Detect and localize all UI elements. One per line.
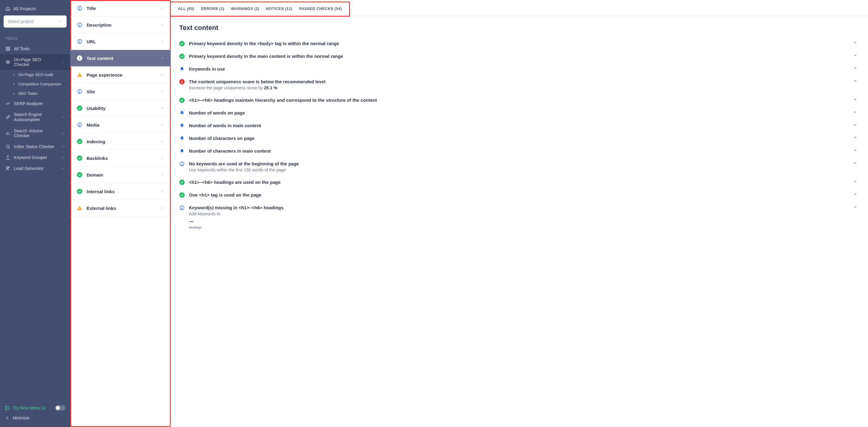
chevron-down-icon[interactable] [854,97,860,101]
svg-point-23 [79,42,80,43]
chevron-down-icon[interactable] [854,41,860,44]
check-subtitle: Use keywords within the first 150 words … [189,167,849,172]
nav-onpage-audit[interactable]: On-Page SEO Audit [8,70,70,79]
sidebar-top: All Projects Select project [0,0,70,31]
category-title[interactable]: Title [70,0,170,17]
filter-tabs-wrap: ALL (93)ERRORS (1)WARNINGS (2)NOTICES (1… [171,0,868,16]
filter-tab[interactable]: ERRORS (1) [201,7,224,11]
check-icon [77,139,82,144]
category-label: Usability [87,106,106,111]
target-icon [5,60,10,64]
category-backlinks[interactable]: Backlinks [70,150,170,166]
filter-tab[interactable]: WARNINGS (2) [231,7,259,11]
check-icon [179,97,185,103]
bell-icon [179,136,185,141]
chevron-down-icon [61,145,65,148]
check-row[interactable]: Number of characters on page [179,132,860,145]
chevron-down-icon[interactable] [854,161,860,165]
nav-autocomplete[interactable]: Search Engine Autocomplete [0,109,70,125]
category-external-links[interactable]: External links [70,200,170,216]
svg-point-33 [79,126,80,126]
chevron-right-icon [161,123,164,126]
check-row[interactable]: <h1>–<h6> headings are used on the page [179,176,860,189]
bell-icon [179,66,185,72]
chevron-down-icon [61,131,65,135]
svg-line-10 [9,147,10,148]
check-title: <h1>–<h6> headings maintain hierarchy an… [189,97,849,103]
category-usability[interactable]: Usability [70,100,170,117]
chevron-down-icon[interactable] [854,192,860,196]
category-text-content[interactable]: Text content [70,50,170,67]
try-new-menu[interactable]: Try New Menu UI [5,403,65,413]
chevron-right-icon [161,57,164,60]
chevron-down-icon[interactable] [854,123,860,127]
check-row[interactable]: Primary keyword density in the main cont… [179,50,860,63]
nav-all-tools[interactable]: All Tools [0,43,70,54]
chevron-down-icon[interactable] [854,148,860,152]
nav-serp-analyzer[interactable]: SERP Analyzer [0,98,70,109]
nav-label: On-Page SEO Audit [18,72,53,77]
nav-seo-tasks[interactable]: SEO Tasks [8,89,70,98]
chevron-down-icon[interactable] [854,136,860,139]
filter-tab[interactable]: PASSED CHECKS (54) [299,7,342,11]
all-projects-link[interactable]: All Projects [4,4,67,16]
check-row[interactable]: Keyword(s) missing in <h1>–<h6> headings… [179,202,860,233]
check-row[interactable]: Keywords in use [179,63,860,75]
main-panel: ALL (93)ERRORS (1)WARNINGS (2)NOTICES (1… [171,0,868,427]
check-body: Number of characters in main content [189,148,849,154]
chevron-down-icon[interactable] [854,110,860,114]
check-icon [77,105,82,111]
category-site[interactable]: Site [70,83,170,100]
svg-point-5 [7,61,8,63]
svg-rect-27 [79,76,80,77]
check-body: Primary keyword density in the main cont… [189,54,849,59]
project-select[interactable]: Select project [4,16,67,28]
check-row[interactable]: Number of words in main content [179,119,860,132]
nav-index-checker[interactable]: Index Status Checker [0,141,70,152]
chevron-down-icon [61,156,65,159]
nav-keyword-grouper[interactable]: Keyword Grouper [0,152,70,163]
category-internal-links[interactable]: Internal links [70,183,170,200]
category-label: Indexing [87,139,105,144]
svg-rect-35 [79,209,80,210]
svg-point-4 [6,61,10,64]
chevron-down-icon[interactable] [854,79,860,83]
chevron-down-icon[interactable] [854,54,860,57]
check-row[interactable]: The content uniqueness score is below th… [179,75,860,94]
sidebar: All Projects Select project TOOLS All To… [0,0,70,427]
category-indexing[interactable]: Indexing [70,133,170,150]
nav-label: Keyword Grouper [14,155,47,160]
chevron-down-icon[interactable] [854,180,860,183]
nav-onpage-sub: On-Page SEO Audit Competitive Comparison… [0,70,70,98]
chevron-right-icon [161,190,164,193]
category-description[interactable]: Description [70,17,170,33]
minimize-button[interactable]: Minimize [5,413,65,423]
check-row[interactable]: One <h1> tag is used on the page [179,189,860,202]
toggle-switch[interactable] [55,405,65,410]
chevron-down-icon[interactable] [854,66,860,70]
nav-volume-checker[interactable]: Search Volume Checker [0,125,70,141]
nav-onpage-seo-checker[interactable]: On-Page SEO Checker [0,54,70,70]
check-row[interactable]: Number of words on page [179,106,860,119]
category-domain[interactable]: Domain [70,166,170,183]
users-icon [5,166,10,171]
category-url[interactable]: URL [70,33,170,50]
nav-label: Search Volume Checker [14,128,58,138]
category-page-experience[interactable]: Page experience [70,67,170,83]
check-row[interactable]: Number of characters in main content [179,145,860,157]
project-select-placeholder: Select project [8,19,34,24]
filter-tab[interactable]: ALL (93) [178,7,194,11]
check-body: The content uniqueness score is below th… [189,79,849,90]
check-row[interactable]: Primary keyword density in the <body> ta… [179,37,860,50]
svg-point-17 [79,9,80,10]
check-row[interactable]: No keywords are used at the beginning of… [179,157,860,176]
chevron-down-icon[interactable] [854,205,860,209]
check-title: Number of characters on page [189,136,849,141]
filter-tab[interactable]: NOTICES (11) [266,7,292,11]
nav-competitive-comparison[interactable]: Competitive Comparison [8,79,70,89]
check-icon [179,180,185,185]
nav-lead-generator[interactable]: Lead Generator [0,163,70,174]
category-media[interactable]: Media [70,117,170,133]
check-row[interactable]: <h1>–<h6> headings maintain hierarchy an… [179,94,860,106]
filter-tabs: ALL (93)ERRORS (1)WARNINGS (2)NOTICES (1… [171,2,349,16]
